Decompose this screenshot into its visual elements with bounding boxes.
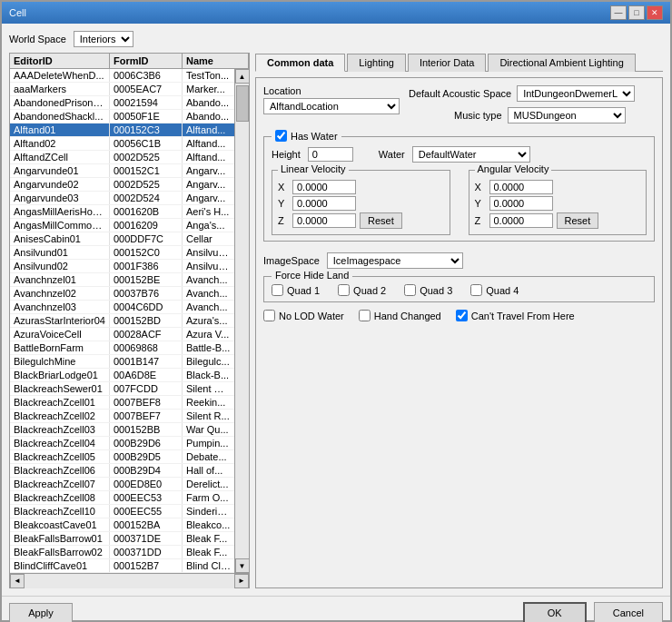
left-panel: EditorID FormID Name AAADeleteWhenD... 0…: [9, 53, 250, 588]
table-row[interactable]: BlackreachZcell08 000EEC53 Farm O...: [10, 491, 234, 505]
table-row[interactable]: AngasMillCommon... 0001620​9 Anga's...: [10, 219, 234, 232]
world-space-select[interactable]: Interiors: [74, 31, 133, 47]
table-row[interactable]: AbandonedPrison0... 00021594 Abando...: [10, 96, 234, 110]
tab-directional-ambient[interactable]: Directional Ambient Lighting: [488, 54, 635, 72]
table-row[interactable]: AzurasStarInterior04 000152BD Azura's...: [10, 314, 234, 328]
table-row[interactable]: BlackreachSewer01 007FCDD Silent Ci...: [10, 382, 234, 396]
water-label: Water: [379, 149, 405, 160]
table-row[interactable]: BlackreachZcell05 000B29D5 Debate...: [10, 450, 234, 464]
tab-lighting[interactable]: Lighting: [347, 54, 406, 72]
lv-z-input[interactable]: [292, 213, 356, 228]
table-row[interactable]: BlackreachZcell07 000E​D8E0 Derelict...: [10, 478, 234, 491]
table-row[interactable]: BattleBornFarm 00069868 Battle-B...: [10, 341, 234, 355]
lv-y-input[interactable]: [292, 196, 356, 211]
cell-editor: BilegulchMine: [10, 355, 110, 368]
av-z-label: Z: [475, 215, 486, 226]
list-hscroll[interactable]: ◄ ►: [10, 573, 249, 587]
quad2-checkbox[interactable]: [338, 284, 350, 296]
table-row[interactable]: BlackreachZcell01 0007BEF8 Reekin...: [10, 396, 234, 410]
table-row[interactable]: Angarvunde01 000152C1 Angarv...: [10, 164, 234, 178]
av-z-input[interactable]: [489, 213, 553, 228]
scroll-down-arrow[interactable]: ▼: [235, 558, 250, 573]
table-row[interactable]: BilegulchMine 0001B147 Bilegulc...: [10, 355, 234, 369]
table-row[interactable]: AlftandZCell 0002D525 Alftand...: [10, 151, 234, 164]
scroll-thumb[interactable]: [236, 85, 249, 122]
list-header: EditorID FormID Name: [10, 54, 249, 69]
table-row[interactable]: AbandonedShackl... 00050F1E Abando...: [10, 110, 234, 123]
av-reset-button[interactable]: Reset: [557, 212, 599, 229]
table-row[interactable]: Alftand02 00056C1B Alftand...: [10, 137, 234, 151]
image-space-label: ImageSpace: [263, 255, 320, 266]
quad4-checkbox[interactable]: [470, 284, 482, 296]
list-body[interactable]: AAADeleteWhenD... 0006C3B6 TestTon... aa…: [10, 69, 234, 573]
table-row[interactable]: AzuraVoiceCell 00028ACF Azura V...: [10, 328, 234, 341]
cell-editor: AzurasStarInterior04: [10, 314, 110, 327]
table-row[interactable]: Ansilvund02 0001F386 Ansilvun...: [10, 260, 234, 273]
main-content: World Space Interiors EditorID FormID Na…: [2, 24, 670, 596]
table-row[interactable]: Avanchnzel03 0004C6DD Avanch...: [10, 301, 234, 314]
list-scrollbar[interactable]: ▲ ▼: [234, 69, 249, 573]
cell-editor: BlackreachZcell08: [10, 491, 110, 504]
table-row[interactable]: Alftand01 000152C3 Alftand...: [10, 123, 234, 137]
height-input[interactable]: [308, 147, 353, 162]
footer: Apply OK Cancel: [2, 596, 670, 622]
table-row[interactable]: BlackreachZcell04 000B29D6 Pumpin...: [10, 437, 234, 450]
music-type-select[interactable]: MUSDungeon: [508, 107, 626, 123]
tab-interior-data[interactable]: Interior Data: [408, 54, 487, 72]
cell-name: Cellar: [183, 232, 234, 245]
table-row[interactable]: BlackreachZcell02 0007BEF7 Silent R...: [10, 410, 234, 423]
table-row[interactable]: BlackBriarLodge01 00A6D8E Black-B...: [10, 369, 234, 382]
table-row[interactable]: BleakFallsBarrow01 000371DE Bleak F...: [10, 532, 234, 546]
cell-editor: BleakFallsBarrow01: [10, 532, 110, 545]
cant-travel-checkbox[interactable]: [456, 310, 468, 321]
quad1-checkbox[interactable]: [272, 284, 283, 296]
no-lod-water-checkbox[interactable]: [263, 310, 275, 321]
cell-name: Azura's...: [183, 314, 234, 327]
av-x-input[interactable]: [489, 180, 553, 194]
cell-form: 0004C6DD: [110, 301, 183, 313]
has-water-checkbox[interactable]: [275, 130, 287, 142]
table-row[interactable]: BlackreachZcell10 000EEC55 Sinderio...: [10, 505, 234, 518]
table-row[interactable]: Ansilvund01 000152C0 Ansilvun...: [10, 246, 234, 260]
default-acoustic-space-label: Default Acoustic Space: [409, 88, 511, 99]
cell-form: 00037B76: [110, 287, 183, 300]
hscroll-track[interactable]: [25, 574, 234, 588]
cell-editor: BlackreachZcell01: [10, 396, 110, 409]
image-space-select[interactable]: IceImagespace: [327, 252, 463, 269]
table-row[interactable]: BleakFallsBarrow02 000371DD Bleak F...: [10, 546, 234, 559]
table-row[interactable]: Avanchnzel01 000152BE Avanch...: [10, 273, 234, 287]
table-row[interactable]: BlackreachZcell03 000152BB War Qu...: [10, 423, 234, 437]
table-row[interactable]: AnisesCabin01 000DDF7C Cellar: [10, 232, 234, 246]
lv-x-input[interactable]: [292, 180, 356, 194]
force-hide-legend: Force Hide Land: [272, 270, 352, 281]
cell-form: 000B29D4: [110, 464, 183, 477]
table-row[interactable]: BleakcoastCave01 000152BA Bleakco...: [10, 518, 234, 532]
acoustic-space-select[interactable]: IntDungeonDwemerLa...: [517, 85, 635, 102]
av-y-input[interactable]: [489, 196, 553, 211]
ok-button[interactable]: OK: [523, 602, 587, 622]
minimize-button[interactable]: —: [610, 5, 627, 20]
close-button[interactable]: ✕: [647, 5, 663, 20]
tab-common-data[interactable]: Common data: [255, 54, 345, 72]
scroll-up-arrow[interactable]: ▲: [235, 69, 250, 84]
cancel-button[interactable]: Cancel: [594, 602, 663, 622]
table-row[interactable]: BlindCliffCave01 000152B7 Blind Cli...: [10, 559, 234, 573]
table-row[interactable]: Angarvunde03 0002D524 Angarv...: [10, 192, 234, 205]
water-select[interactable]: DefaultWater: [412, 146, 530, 163]
table-row[interactable]: Avanchnzel02 00037B76 Avanch...: [10, 287, 234, 301]
table-row[interactable]: AngasMillAerisHouse 0001620B Aeri's H...: [10, 205, 234, 219]
hscroll-right-arrow[interactable]: ►: [234, 574, 249, 588]
hand-changed-checkbox[interactable]: [359, 310, 371, 321]
quad3-checkbox[interactable]: [404, 284, 416, 296]
hscroll-left-arrow[interactable]: ◄: [10, 574, 25, 588]
lv-reset-button[interactable]: Reset: [360, 212, 402, 229]
table-row[interactable]: aaaMarkers 0005EAC7 Marker...: [10, 83, 234, 96]
table-row[interactable]: Angarvunde02 0002D525 Angarv...: [10, 178, 234, 192]
apply-button[interactable]: Apply: [9, 603, 73, 622]
table-row[interactable]: AAADeleteWhenD... 0006C3B6 TestTon...: [10, 69, 234, 83]
location-select[interactable]: AlftandLocation: [263, 98, 400, 114]
maximize-button[interactable]: □: [628, 5, 645, 20]
location-label: Location: [263, 85, 400, 96]
tab-content-common-data: Location AlftandLocation Default Acousti…: [255, 77, 663, 588]
table-row[interactable]: BlackreachZcell06 000B29D4 Hall of...: [10, 464, 234, 478]
